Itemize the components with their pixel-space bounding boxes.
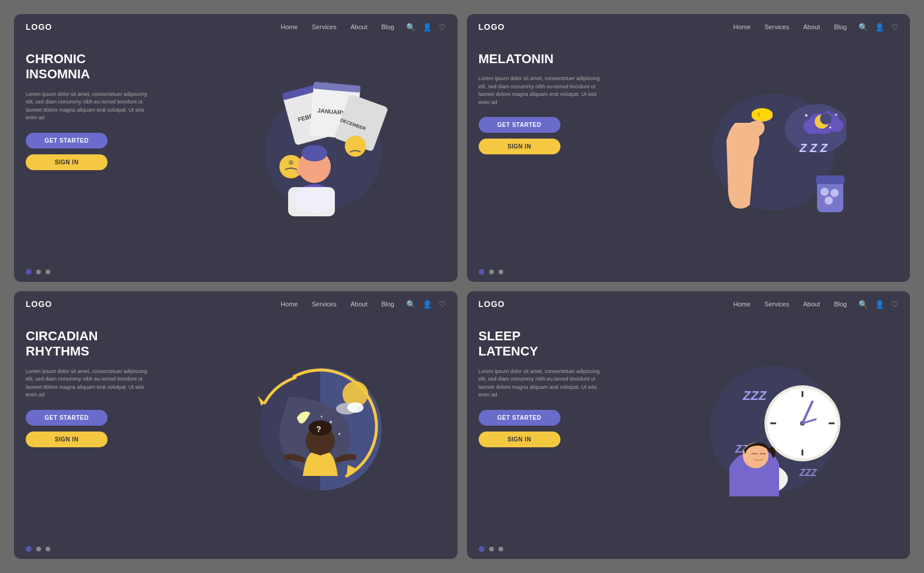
svg-point-45 [351, 454, 357, 460]
sign-in-btn-1[interactable]: SIGN IN [26, 154, 108, 170]
text-section-4: SLEEPLATENCY Lorem ipsum dolor sit amet,… [479, 323, 607, 536]
dot-4-3[interactable] [499, 547, 503, 551]
nav-icons-1: 🔍 👤 ♡ [406, 23, 446, 32]
illustration-3: ★ ★ ★ ? [154, 323, 446, 536]
nav-services-1[interactable]: Services [312, 23, 337, 30]
logo-2: LOGO [479, 22, 505, 32]
dot-1-2[interactable] [36, 270, 41, 274]
user-icon-3[interactable]: 👤 [423, 300, 432, 309]
dot-1-1[interactable] [26, 269, 32, 275]
search-icon-2[interactable]: 🔍 [859, 23, 868, 32]
sign-in-btn-4[interactable]: SIGN IN [479, 432, 560, 447]
nav-home-2[interactable]: Home [733, 23, 750, 30]
heart-icon-3[interactable]: ♡ [439, 300, 446, 309]
svg-point-44 [284, 454, 290, 460]
dot-2-2[interactable] [489, 270, 494, 274]
get-started-btn-4[interactable]: GET STARTED [479, 410, 560, 426]
nav-home-4[interactable]: Home [733, 301, 750, 308]
svg-text:ZZZ: ZZZ [799, 468, 818, 478]
nav-about-1[interactable]: About [351, 23, 368, 30]
dot-4-1[interactable] [479, 546, 485, 552]
svg-rect-15 [288, 187, 335, 216]
get-started-btn-2[interactable]: GET STARTED [479, 117, 560, 133]
svg-point-10 [289, 160, 293, 165]
nav-blog-3[interactable]: Blog [381, 301, 394, 308]
sign-in-btn-2[interactable]: SIGN IN [479, 139, 560, 154]
card-lorem-3: Lorem ipsum dolor sit amet, consectetuer… [26, 368, 154, 399]
dots-4 [467, 541, 911, 559]
card-title-4: SLEEPLATENCY [479, 329, 607, 360]
text-section-3: CIRCADIANRHYTHMS Lorem ipsum dolor sit a… [26, 323, 154, 536]
card-body-3: CIRCADIANRHYTHMS Lorem ipsum dolor sit a… [14, 317, 458, 541]
svg-text:$: $ [757, 112, 760, 118]
circadian-svg: ★ ★ ★ ? [206, 350, 393, 508]
logo-1: LOGO [26, 22, 52, 32]
search-icon-4[interactable]: 🔍 [859, 300, 868, 309]
dot-2-3[interactable] [499, 270, 503, 274]
main-grid: LOGO Home Services About Blog 🔍 👤 ♡ CHRO… [0, 0, 924, 573]
card-circadian-rhythms: LOGO Home Services About Blog 🔍 👤 ♡ CIRC… [14, 291, 458, 559]
svg-marker-34 [258, 396, 265, 406]
svg-point-27 [830, 189, 839, 197]
nav-about-4[interactable]: About [803, 301, 820, 308]
card-title-2: MELATONIN [479, 51, 607, 67]
nav-home-1[interactable]: Home [281, 23, 297, 30]
svg-text:ZZZ: ZZZ [742, 388, 767, 403]
svg-text:★: ★ [835, 113, 838, 116]
dots-2 [467, 264, 911, 282]
nav-blog-4[interactable]: Blog [834, 301, 847, 308]
logo-3: LOGO [26, 299, 52, 309]
nav-about-2[interactable]: About [803, 23, 820, 30]
illustration-1: FEBRUARY JANUARY DECEMBER [154, 46, 446, 258]
svg-text:Z Z Z: Z Z Z [799, 141, 828, 154]
search-icon-3[interactable]: 🔍 [406, 300, 416, 309]
get-started-btn-1[interactable]: GET STARTED [26, 133, 108, 149]
heart-icon-4[interactable]: ♡ [891, 300, 898, 309]
nav-services-4[interactable]: Services [764, 301, 789, 308]
svg-rect-25 [816, 175, 845, 184]
card-body-1: CHRONICINSOMNIA Lorem ipsum dolor sit am… [14, 40, 458, 264]
card-body-4: SLEEPLATENCY Lorem ipsum dolor sit amet,… [467, 317, 911, 541]
nav-links-1: Home Services About Blog [281, 23, 394, 30]
user-icon-1[interactable]: 👤 [423, 23, 432, 32]
nav-icons-3: 🔍 👤 ♡ [406, 300, 446, 309]
nav-about-3[interactable]: About [351, 301, 368, 308]
search-icon-1[interactable]: 🔍 [406, 23, 416, 32]
nav-home-3[interactable]: Home [281, 301, 297, 308]
nav-links-2: Home Services About Blog [733, 23, 847, 30]
card-body-2: MELATONIN Lorem ipsum dolor sit amet, co… [467, 40, 911, 264]
sign-in-btn-3[interactable]: SIGN IN [26, 432, 108, 447]
dot-4-2[interactable] [489, 547, 494, 551]
nav-links-3: Home Services About Blog [281, 301, 394, 308]
svg-point-13 [302, 145, 327, 161]
dot-2-1[interactable] [479, 269, 485, 275]
nav-services-3[interactable]: Services [312, 301, 337, 308]
dot-3-2[interactable] [36, 547, 41, 551]
illustration-2: ★ ★ ★ Z Z Z [607, 46, 899, 258]
sleep-latency-svg: ZZZ ZZZ ZZZ [659, 350, 846, 508]
card-lorem-2: Lorem ipsum dolor sit amet, consectetuer… [479, 75, 607, 106]
nav-icons-2: 🔍 👤 ♡ [859, 23, 898, 32]
card-chronic-insomnia: LOGO Home Services About Blog 🔍 👤 ♡ CHRO… [14, 14, 458, 282]
svg-text:★: ★ [329, 420, 333, 424]
nav-blog-2[interactable]: Blog [834, 23, 847, 30]
melatonin-svg: ★ ★ ★ Z Z Z [659, 76, 846, 228]
nav-blog-1[interactable]: Blog [381, 23, 394, 30]
navbar-2: LOGO Home Services About Blog 🔍 👤 ♡ [467, 14, 911, 40]
svg-text:★: ★ [338, 432, 341, 436]
dot-3-3[interactable] [46, 547, 50, 551]
dots-3 [14, 541, 458, 559]
card-sleep-latency: LOGO Home Services About Blog 🔍 👤 ♡ SLEE… [467, 291, 911, 559]
nav-icons-4: 🔍 👤 ♡ [859, 300, 898, 309]
illustration-4: ZZZ ZZZ ZZZ [607, 323, 899, 536]
navbar-1: LOGO Home Services About Blog 🔍 👤 ♡ [14, 14, 458, 40]
dot-3-1[interactable] [26, 546, 32, 552]
user-icon-4[interactable]: 👤 [875, 300, 884, 309]
dot-1-3[interactable] [46, 270, 50, 274]
user-icon-2[interactable]: 👤 [875, 23, 884, 32]
nav-services-2[interactable]: Services [764, 23, 789, 30]
svg-point-19 [820, 113, 832, 125]
heart-icon-2[interactable]: ♡ [891, 23, 898, 32]
heart-icon-1[interactable]: ♡ [439, 23, 446, 32]
get-started-btn-3[interactable]: GET STARTED [26, 410, 108, 426]
